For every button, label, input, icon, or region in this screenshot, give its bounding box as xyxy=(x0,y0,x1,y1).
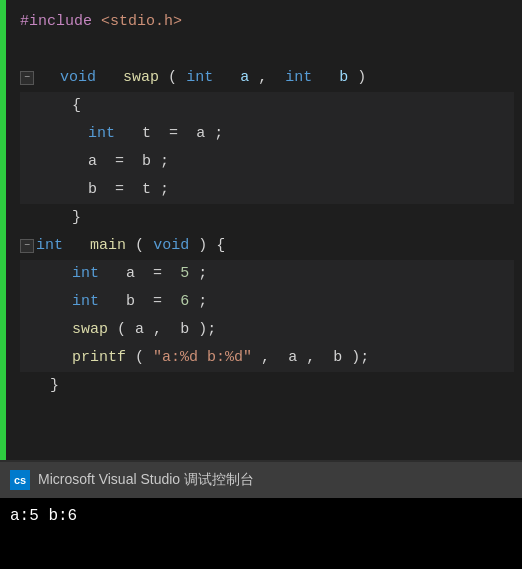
swap-func: swap xyxy=(123,69,159,86)
num-5: 5 xyxy=(180,265,189,282)
line-include: #include <stdio.h> xyxy=(20,8,514,36)
vs-icon-text: cs xyxy=(14,474,26,486)
main-func: main xyxy=(90,237,126,254)
var-b4: b xyxy=(126,293,135,310)
line-int-a: int a = 5 ; xyxy=(20,260,514,288)
line-swap-call: swap ( a , b ); xyxy=(20,316,514,344)
var-t: t xyxy=(142,125,151,142)
line-blank xyxy=(20,36,514,64)
param-a: a xyxy=(240,69,249,86)
paren-open: ( xyxy=(168,69,177,86)
collapse-swap-btn[interactable]: − xyxy=(20,71,34,85)
line-a-eq-b: a = b ; xyxy=(20,148,514,176)
var-t2: t xyxy=(142,181,151,198)
num-6: 6 xyxy=(180,293,189,310)
console-header: cs Microsoft Visual Studio 调试控制台 xyxy=(0,462,522,498)
brace-close-main: } xyxy=(50,372,59,400)
var-a2: a xyxy=(88,153,97,170)
code-content: #include <stdio.h> − void swap ( int a ,… xyxy=(0,0,522,408)
line-close-brace-swap: } xyxy=(20,204,514,232)
paren-close: ) xyxy=(357,69,366,86)
int-kw-b: int xyxy=(285,69,312,86)
void-kw2: void xyxy=(153,237,189,254)
var-b2: b xyxy=(142,153,151,170)
swap-call-func: swap xyxy=(72,321,108,338)
line-printf: printf ( ″a:%d b:%d″ , a , b ); xyxy=(20,344,514,372)
line-main-signature: − int main ( void ) { xyxy=(20,232,514,260)
printf-string: ″a:%d b:%d″ xyxy=(153,349,252,366)
brace-close-swap: } xyxy=(72,204,81,232)
vs-icon: cs xyxy=(10,470,30,490)
printf-arg-a: a xyxy=(288,349,297,366)
include-header: <stdio.h> xyxy=(101,8,182,36)
line-indicator xyxy=(0,0,6,460)
printf-arg-b: b xyxy=(333,349,342,366)
printf-func: printf xyxy=(72,349,126,366)
int-kw-t: int xyxy=(88,125,115,142)
brace-open: { xyxy=(72,92,81,120)
arg-b: b xyxy=(180,321,189,338)
arg-a: a xyxy=(135,321,144,338)
val-a: a xyxy=(196,125,205,142)
include-keyword: #include xyxy=(20,8,92,36)
void-kw: void xyxy=(60,69,96,86)
int-kw-a2: int xyxy=(72,265,99,282)
console-output: a:5 b:6 xyxy=(0,498,522,569)
console-title: Microsoft Visual Studio 调试控制台 xyxy=(38,471,254,489)
int-kw-b2: int xyxy=(72,293,99,310)
int-kw-a: int xyxy=(186,69,213,86)
line-close-main: } xyxy=(20,372,514,400)
collapse-main-btn[interactable]: − xyxy=(20,239,34,253)
line-open-brace-swap: { xyxy=(20,92,514,120)
param-b: b xyxy=(339,69,348,86)
line-int-b: int b = 6 ; xyxy=(20,288,514,316)
code-editor: #include <stdio.h> − void swap ( int a ,… xyxy=(0,0,522,460)
line-b-eq-t: b = t ; xyxy=(20,176,514,204)
console-text: a:5 b:6 xyxy=(10,504,77,528)
var-a3: a xyxy=(126,265,135,282)
line-swap-signature: − void swap ( int a , int b ) xyxy=(20,64,514,92)
line-int-t: int t = a ; xyxy=(20,120,514,148)
int-main-kw: int xyxy=(36,237,63,254)
var-b3: b xyxy=(88,181,97,198)
